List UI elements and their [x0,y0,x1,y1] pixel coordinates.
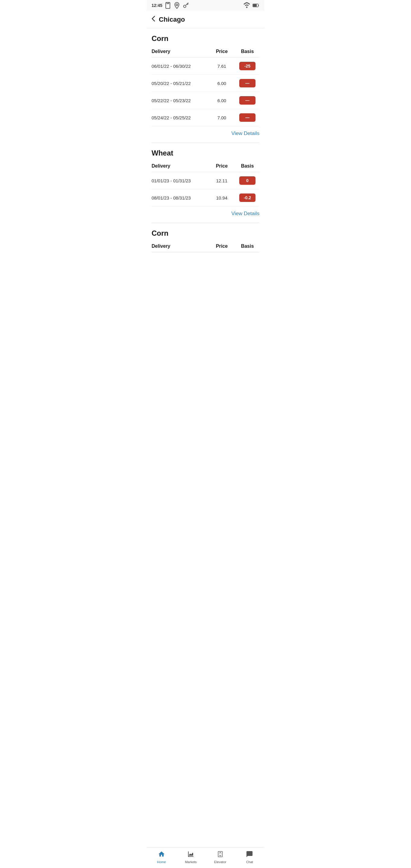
row-basis: 0 [235,176,259,185]
row-basis: — [235,96,259,104]
row-delivery: 06/01/22 - 06/30/22 [152,64,208,69]
chat-icon [246,850,253,859]
table-header-corn-2: Delivery Price Basis [152,244,259,252]
row-price: 7.00 [208,115,235,120]
markets-icon [187,850,194,859]
basis-badge: — [239,96,255,104]
table-header-wheat: Delivery Price Basis [152,163,259,172]
view-details-button[interactable]: View Details [231,211,259,217]
col-delivery-label: Delivery [152,163,208,169]
section-title-wheat: Wheat [152,149,259,157]
table-row: 06/01/22 - 06/30/22 7.61 -25 [152,58,259,75]
nav-home[interactable]: Home [147,849,176,865]
col-price-label: Price [208,49,235,54]
table-row: 01/01/23 - 01/31/23 12.11 0 [152,172,259,189]
battery-icon [252,2,259,9]
table-row: 05/20/22 - 05/21/22 6.00 — [152,75,259,92]
row-basis: -0.2 [235,193,259,202]
row-basis: — [235,113,259,122]
wifi-icon [243,2,250,9]
row-price: 12.11 [208,178,235,183]
row-price: 6.00 [208,98,235,103]
status-bar: 12:45 [147,0,264,11]
row-delivery: 05/20/22 - 05/21/22 [152,81,208,86]
nav-elevator-label: Elevator [214,860,226,864]
main-content: Corn Delivery Price Basis 06/01/22 - 06/… [147,28,264,868]
basis-badge: 0 [239,176,255,185]
view-details-corn-1: View Details [152,126,259,143]
view-details-button[interactable]: View Details [231,130,259,136]
row-price: 10.94 [208,195,235,200]
basis-badge: — [239,79,255,87]
nav-home-label: Home [157,860,166,864]
row-delivery: 01/01/23 - 01/31/23 [152,178,208,183]
nav-chat[interactable]: Chat [235,849,264,865]
svg-rect-4 [258,5,259,6]
col-basis-label: Basis [235,244,259,249]
table-row: 05/22/22 - 05/23/22 6.00 — [152,92,259,109]
col-basis-label: Basis [235,163,259,169]
location-icon [173,2,181,9]
content-below-fold [152,252,259,270]
row-delivery: 05/22/22 - 05/23/22 [152,98,208,103]
row-basis: -25 [235,62,259,70]
col-delivery-label: Delivery [152,244,208,249]
key-icon [182,2,190,9]
basis-badge: -25 [239,62,255,70]
section-wheat: Wheat Delivery Price Basis 01/01/23 - 01… [147,143,264,223]
col-basis-label: Basis [235,49,259,54]
page-title: Chicago [159,16,185,24]
col-price-label: Price [208,163,235,169]
row-basis: — [235,79,259,87]
sim-icon [164,2,171,9]
row-delivery: 05/24/22 - 05/25/22 [152,115,208,120]
nav-elevator[interactable]: Elevator [205,849,235,865]
status-left: 12:45 [152,2,190,9]
status-time: 12:45 [152,3,162,8]
nav-markets-label: Markets [185,860,197,864]
back-button[interactable] [152,14,158,24]
basis-badge: -0.2 [239,193,255,202]
row-price: 6.00 [208,81,235,86]
row-price: 7.61 [208,64,235,69]
svg-point-1 [176,4,178,6]
page-header: Chicago [147,11,264,28]
table-header-corn-1: Delivery Price Basis [152,49,259,58]
section-corn-1: Corn Delivery Price Basis 06/01/22 - 06/… [147,28,264,143]
col-price-label: Price [208,244,235,249]
svg-rect-5 [253,4,257,7]
table-row: 05/24/22 - 05/25/22 7.00 — [152,109,259,126]
basis-badge: — [239,113,255,122]
bottom-nav: Home Markets Elevator Chat [147,847,264,868]
nav-chat-label: Chat [246,860,253,864]
section-corn-2: Corn Delivery Price Basis [147,223,264,270]
section-title-corn-2: Corn [152,229,259,238]
status-right [243,2,259,9]
table-row: 08/01/23 - 08/31/23 10.94 -0.2 [152,189,259,207]
view-details-wheat: View Details [152,207,259,223]
home-icon [158,850,165,859]
svg-point-2 [184,5,186,7]
row-delivery: 08/01/23 - 08/31/23 [152,195,208,200]
nav-markets[interactable]: Markets [176,849,206,865]
section-title-corn-1: Corn [152,34,259,43]
col-delivery-label: Delivery [152,49,208,54]
elevator-icon [217,850,224,859]
